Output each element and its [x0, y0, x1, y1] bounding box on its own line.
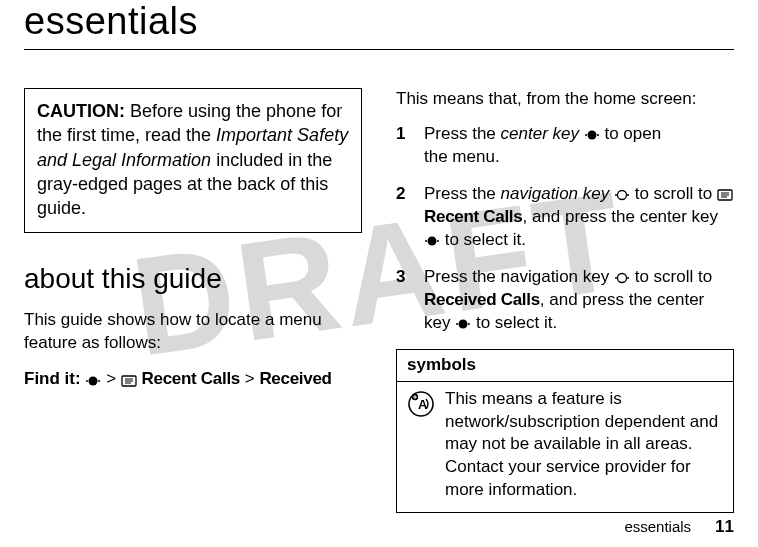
- recent-calls-text: Recent Calls: [142, 369, 240, 388]
- page-footer: essentials 11: [624, 517, 734, 537]
- svg-point-12: [627, 194, 629, 196]
- page-title: essentials: [24, 0, 734, 50]
- s1a: Press the: [424, 124, 501, 143]
- svg-point-22: [627, 277, 629, 279]
- svg-point-21: [615, 277, 617, 279]
- s1-center-key: center key: [501, 124, 579, 143]
- s3b: to scroll to: [630, 267, 712, 286]
- right-column: This means that, from the home screen: P…: [396, 88, 734, 513]
- center-key-icon: [455, 312, 471, 335]
- svg-point-9: [597, 134, 599, 136]
- about-heading: about this guide: [24, 263, 362, 295]
- s3-received: Received Calls: [424, 290, 540, 309]
- received-text: Received: [259, 369, 331, 388]
- svg-point-1: [86, 380, 88, 382]
- symbols-box: symbols A This means a feature is networ…: [396, 349, 734, 514]
- svg-point-8: [585, 134, 587, 136]
- find-it-line: Find it: > Recent Calls > Received: [24, 367, 362, 391]
- s3a: Press the navigation key: [424, 267, 614, 286]
- left-column: CAUTION: Before using the phone for the …: [24, 88, 362, 513]
- s2a: Press the: [424, 184, 501, 203]
- s3d: to select it.: [471, 313, 557, 332]
- two-column-layout: CAUTION: Before using the phone for the …: [24, 88, 734, 513]
- s2c: , and press the center key: [522, 207, 718, 226]
- svg-point-11: [615, 194, 617, 196]
- symbols-heading: symbols: [397, 350, 733, 382]
- step-2: Press the navigation key to scroll to Re…: [396, 183, 734, 252]
- navigation-key-icon: [614, 183, 630, 206]
- center-key-icon: [584, 123, 600, 146]
- symbols-body: A This means a feature is network/subscr…: [397, 382, 733, 513]
- navigation-key-icon: [614, 266, 630, 289]
- s2b: to scroll to: [630, 184, 717, 203]
- footer-section: essentials: [624, 518, 691, 535]
- step-1: Press the center key to open the menu.: [396, 123, 734, 169]
- center-key-icon: [85, 368, 101, 392]
- about-intro: This guide shows how to locate a menu fe…: [24, 309, 362, 355]
- right-intro: This means that, from the home screen:: [396, 88, 734, 111]
- svg-point-23: [459, 319, 468, 328]
- caution-label: CAUTION:: [37, 101, 125, 121]
- page-number: 11: [715, 517, 734, 537]
- steps-list: Press the center key to open the menu. P…: [396, 123, 734, 335]
- recent-calls-icon: [121, 368, 137, 392]
- step-3: Press the navigation key to scroll to Re…: [396, 266, 734, 335]
- find-it-label: Find it:: [24, 369, 81, 388]
- center-key-icon: [424, 229, 440, 252]
- svg-point-24: [456, 323, 458, 325]
- svg-point-20: [617, 273, 626, 282]
- caution-box: CAUTION: Before using the phone for the …: [24, 88, 362, 233]
- network-dependent-icon: A: [407, 388, 435, 503]
- svg-point-19: [437, 240, 439, 242]
- gt2: >: [245, 369, 255, 388]
- svg-point-25: [468, 323, 470, 325]
- svg-point-17: [428, 236, 437, 245]
- s2-recent: Recent Calls: [424, 207, 522, 226]
- s2d: to select it.: [440, 230, 526, 249]
- svg-point-2: [98, 380, 100, 382]
- svg-point-0: [89, 376, 98, 385]
- svg-point-18: [425, 240, 427, 242]
- s2-nav-key: navigation key: [501, 184, 610, 203]
- symbols-text: This means a feature is network/subscrip…: [445, 388, 723, 503]
- recent-calls-icon: [717, 183, 733, 206]
- svg-point-7: [587, 130, 596, 139]
- page-content: essentials CAUTION: Before using the pho…: [0, 0, 758, 513]
- svg-point-10: [617, 190, 626, 199]
- gt1: >: [106, 369, 116, 388]
